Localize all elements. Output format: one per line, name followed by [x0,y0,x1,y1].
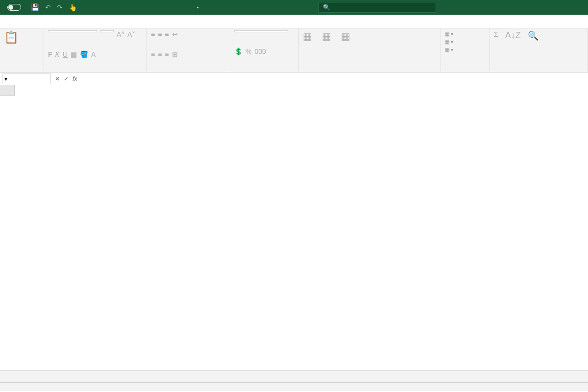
number-format-select[interactable] [234,30,288,32]
increase-font-icon[interactable]: A^ [117,30,124,38]
fx-icon[interactable]: fx [73,75,77,82]
align-mid-icon[interactable]: ≡ [158,30,162,38]
bold-icon[interactable]: F [48,50,52,58]
formula-bar: ▾ ✕ ✓ fx [0,73,588,85]
toggle-icon[interactable] [7,4,21,11]
align-left-icon[interactable]: ≡ [151,50,155,58]
font-color-icon[interactable]: A [91,50,96,58]
percent-icon[interactable]: % [245,48,251,55]
autosave-toggle[interactable] [5,4,21,11]
ribbon: 📋 A^ A˅ F K U ▦ 🪣 A ≡ ≡ ≡ ↩ ≡ ≡ [0,28,588,73]
search-icon: 🔍 [323,4,330,11]
currency-icon[interactable]: 💲 [234,48,243,55]
merge-icon[interactable]: ⊞ [172,50,178,58]
cancel-icon[interactable]: ✕ [55,75,60,82]
underline-icon[interactable]: U [63,50,68,58]
row-headers [0,96,15,370]
menu-bar [0,15,588,28]
wrap-icon[interactable]: ↩ [172,30,178,38]
insert-cells[interactable]: ▦ ▾ [445,30,486,38]
align-top-icon[interactable]: ≡ [151,30,155,38]
font-size-select[interactable] [100,30,114,32]
find-icon[interactable]: 🔍 [528,31,539,41]
name-box[interactable]: ▾ [2,74,51,84]
accept-icon[interactable]: ✓ [64,75,69,82]
cell-styles-icon[interactable]: ▦ [341,31,350,42]
format-cells[interactable]: ▦ ▾ [445,46,486,54]
paste-icon[interactable]: 📋 [4,30,19,44]
autosum-icon[interactable]: Σ [494,30,498,38]
font-name-select[interactable] [48,30,97,32]
align-bot-icon[interactable]: ≡ [165,30,169,38]
table-format-icon[interactable]: ▦ [322,31,331,42]
comma-icon[interactable]: 000 [254,48,266,55]
select-all-corner[interactable] [0,85,15,96]
fill-color-icon[interactable]: 🪣 [80,50,88,58]
title-bar: 💾 ↶ ↷ 👆 • 🔍 [0,0,588,15]
search-box[interactable]: 🔍 [318,2,436,13]
italic-icon[interactable]: K [55,50,60,58]
status-bar [0,382,588,391]
redo-icon[interactable]: ↷ [57,3,63,11]
align-right-icon[interactable]: ≡ [165,50,169,58]
border-icon[interactable]: ▦ [71,50,77,58]
save-icon[interactable]: 💾 [31,3,39,11]
sheet-tabs [0,370,588,382]
sort-icon[interactable]: A↓Z [505,30,521,40]
document-title: • [77,4,318,10]
decrease-font-icon[interactable]: A˅ [127,30,135,38]
undo-icon[interactable]: ↶ [45,3,51,11]
delete-cells[interactable]: ▦ ▾ [445,38,486,46]
cond-format-icon[interactable]: ▦ [303,31,312,42]
sheet-area [0,85,588,370]
touch-icon[interactable]: 👆 [69,3,77,11]
align-center-icon[interactable]: ≡ [158,50,162,58]
